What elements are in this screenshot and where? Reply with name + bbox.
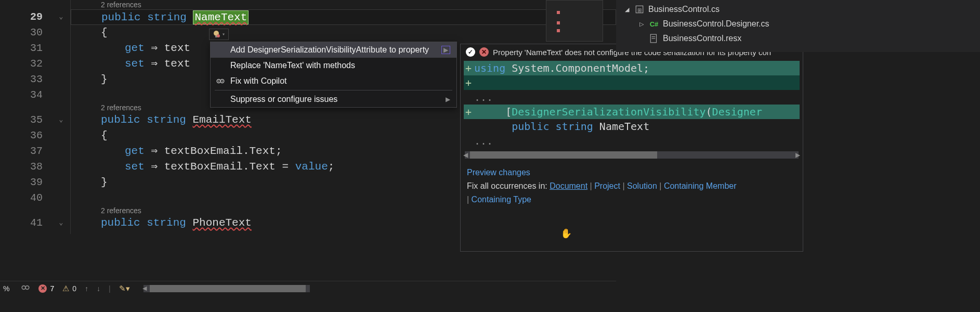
svg-text:⊞: ⊞ [637,7,642,13]
line-number: 40 [0,190,43,206]
line-gutter: 29 30 31 32 33 34 35 36 37 38 39 40 41 [0,0,52,234]
fold-column: ⌄ ⌄ ⌄ [52,0,70,234]
csharp-file-icon: C# [649,19,659,29]
fold-chevron-icon[interactable]: ⌄ [52,9,70,25]
code-line[interactable]: { [71,25,616,41]
solution-item-businesscontrol-cs[interactable]: ◢ ⊞ BusinessControl.cs [616,2,980,17]
line-number: 30 [0,25,43,41]
copilot-icon [216,76,225,86]
svg-point-13 [25,286,29,290]
warning-icon: ⚠ [62,284,69,293]
accept-icon[interactable]: ✓ [466,47,475,57]
svg-point-2 [217,34,220,37]
svg-point-5 [218,81,219,82]
csharp-file-icon: ⊞ [635,5,644,14]
line-number: 32 [0,56,43,72]
menu-separator [215,90,452,90]
line-number: 35 [0,112,43,128]
fix-document-link[interactable]: Document [550,181,587,190]
line-number: 31 [0,41,43,56]
solution-item-label: BusinessControl.resx [663,34,741,43]
fix-preview-pane: ✓ ✕ Property 'NameText' does not configu… [460,44,803,252]
line-number: 37 [0,144,43,159]
editor-horizontal-scrollbar[interactable]: ◀ [143,285,310,292]
solution-item-label: BusinessControl.Designer.cs [663,19,769,29]
fold-chevron-icon[interactable]: ⌄ [52,215,70,231]
fix-project-link[interactable]: Project [594,181,620,190]
preview-changes-link[interactable]: Preview changes [467,168,530,177]
editor-status-bar: % ✕ 7 ⚠ 0 ↑ ↓ | ✎▾ ◀ [0,281,616,295]
line-number: 33 [0,72,43,87]
code-cleanup-button[interactable]: ✎▾ [119,284,130,293]
next-issue-button[interactable]: ↓ [97,284,100,293]
fix-solution-link[interactable]: Solution [627,181,657,190]
solution-explorer[interactable]: ◢ ⊞ BusinessControl.cs ▷ C# BusinessCont… [616,0,980,52]
lightbulb-button[interactable]: ▾ [209,29,229,40]
menu-item-suppress[interactable]: Suppress or configure issues ▶ [211,92,456,107]
fix-member-link[interactable]: Containing Member [664,181,737,190]
line-number: 38 [0,159,43,175]
solution-item-designer-cs[interactable]: ▷ C# BusinessControl.Designer.cs [616,17,980,31]
warning-count[interactable]: ⚠ 0 [62,284,76,293]
line-number: 39 [0,175,43,190]
menu-item-label: Replace 'NameText' with methods [230,61,355,70]
solution-item-label: BusinessControl.cs [648,5,720,14]
code-line[interactable]: public string NameText [71,9,616,25]
svg-point-12 [22,286,26,290]
codelens[interactable]: 2 references [71,0,616,9]
line-number: 34 [0,87,43,103]
submenu-arrow-icon: ▶ [441,46,450,54]
reject-icon[interactable]: ✕ [479,47,489,57]
prev-issue-button[interactable]: ↑ [85,284,88,293]
fix-type-link[interactable]: Containing Type [472,195,531,204]
menu-item-label: Add DesignerSerializationVisibilityAttri… [230,45,429,55]
menu-item-label: Suppress or configure issues [230,95,337,104]
fix-all-label: Fix all occurrences in: [467,181,550,190]
menu-item-replace-methods[interactable]: Replace 'NameText' with methods [211,58,456,73]
error-icon: ✕ [38,284,47,293]
resx-file-icon [649,34,659,43]
fold-chevron-icon[interactable]: ⌄ [52,112,70,128]
line-number: 41 [0,215,43,231]
preview-horizontal-scrollbar[interactable]: ◀▶ [465,151,799,159]
menu-item-add-attribute[interactable]: Add DesignerSerializationVisibilityAttri… [211,42,456,58]
zoom-indicator[interactable]: % [3,284,9,293]
quick-actions-menu: Add DesignerSerializationVisibilityAttri… [210,42,457,108]
preview-diff: +using System.ComponentModel; + ... + [D… [464,61,800,148]
line-number: 29 [0,9,43,25]
menu-item-fix-copilot[interactable]: Fix with Copilot [211,73,456,89]
preview-actions: Preview changes Fix all occurrences in: … [461,164,803,212]
solution-item-resx[interactable]: BusinessControl.resx [616,31,980,46]
menu-item-label: Fix with Copilot [230,76,286,86]
expand-icon[interactable]: ▷ [638,21,645,28]
error-count[interactable]: ✕ 7 [38,284,54,293]
svg-point-6 [221,81,223,82]
submenu-arrow-icon: ▶ [446,96,450,103]
copilot-status-icon[interactable] [21,283,30,294]
line-number: 36 [0,128,43,144]
property-nametext[interactable]: NameText [193,10,249,24]
minimap[interactable] [546,0,603,42]
collapse-icon[interactable]: ◢ [623,6,631,13]
